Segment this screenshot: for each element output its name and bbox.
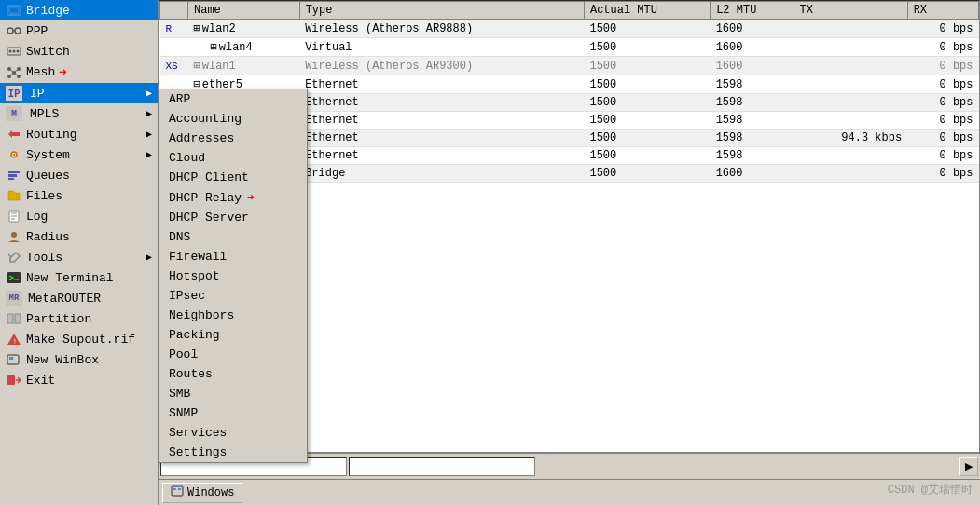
col-actual-mtu[interactable]: Actual MTU xyxy=(584,2,710,20)
row-type: Ethernet xyxy=(299,130,584,147)
terminal-icon xyxy=(6,270,22,285)
next-button[interactable]: ▶ xyxy=(959,457,978,476)
svg-rect-31 xyxy=(15,314,21,323)
submenu-item-packing[interactable]: Packing xyxy=(159,325,307,345)
row-rx: 0 bps xyxy=(907,75,978,94)
sidebar-item-new-terminal-label: New Terminal xyxy=(26,271,114,285)
sidebar-item-system[interactable]: System ▶ xyxy=(0,144,158,165)
sidebar-item-switch[interactable]: Switch xyxy=(0,41,158,61)
row-name: ⊞wlan2 xyxy=(188,20,300,38)
submenu-item-dns[interactable]: DNS xyxy=(159,227,307,247)
row-flag: XS xyxy=(160,57,188,75)
svg-rect-30 xyxy=(7,314,13,323)
row-l2mtu: 1600 xyxy=(711,38,794,57)
row-mtu: 1500 xyxy=(584,112,710,130)
svg-point-2 xyxy=(7,28,13,34)
sidebar-item-log-label: Log xyxy=(26,210,48,224)
main-container: Bridge PPP Switch Mesh ➜ IP IP xyxy=(0,0,980,505)
sidebar-item-new-winbox[interactable]: New WinBox xyxy=(0,349,158,370)
dhcp-relay-red-arrow: ➜ xyxy=(247,190,255,205)
search-input[interactable] xyxy=(349,457,535,476)
row-type: Ethernet xyxy=(299,112,584,130)
submenu-item-arp[interactable]: ARP xyxy=(159,89,307,109)
sidebar-item-new-terminal[interactable]: New Terminal xyxy=(0,267,158,288)
row-flag: R xyxy=(160,20,188,38)
submenu-item-services[interactable]: Services xyxy=(159,423,307,443)
sidebar-item-metarouter-label: MetaROUTER xyxy=(28,292,101,306)
sidebar-item-ip-label: IP xyxy=(30,87,45,101)
sidebar-item-mpls[interactable]: M MPLS ▶ xyxy=(0,103,158,124)
watermark: CSDN @艾瑞惜时 xyxy=(888,482,973,498)
submenu-item-firewall[interactable]: Firewall xyxy=(159,247,307,266)
submenu-item-neighbors[interactable]: Neighbors xyxy=(159,306,307,325)
submenu-item-snmp[interactable]: SNMP xyxy=(159,403,307,423)
svg-rect-37 xyxy=(172,486,183,496)
col-name[interactable]: Name xyxy=(188,2,300,20)
sidebar-item-make-supout-label: Make Supout.rif xyxy=(26,333,135,347)
sidebar-item-queues-label: Queues xyxy=(26,169,70,183)
sidebar-item-exit[interactable]: Exit xyxy=(0,370,158,390)
sidebar: Bridge PPP Switch Mesh ➜ IP IP xyxy=(0,0,159,505)
svg-rect-36 xyxy=(7,375,15,385)
submenu-item-cloud[interactable]: Cloud xyxy=(159,148,307,168)
windows-button[interactable]: Windows xyxy=(162,483,242,503)
col-tx[interactable]: TX xyxy=(794,2,907,20)
row-rx: 0 bps xyxy=(907,38,978,57)
sidebar-item-log[interactable]: Log xyxy=(0,206,158,226)
row-type: Bridge xyxy=(299,165,584,183)
submenu-item-smb[interactable]: SMB xyxy=(159,384,307,403)
submenu-item-accounting[interactable]: Accounting xyxy=(159,109,307,129)
submenu-item-ipsec[interactable]: IPsec xyxy=(159,286,307,306)
sidebar-item-ppp-label: PPP xyxy=(26,24,48,38)
sidebar-item-tools[interactable]: Tools ▶ xyxy=(0,247,158,267)
mpls-arrow: ▶ xyxy=(146,108,152,119)
table-row[interactable]: XS⊞wlan1Wireless (Atheros AR9300)1500160… xyxy=(160,57,979,75)
sidebar-item-bridge[interactable]: Bridge xyxy=(0,0,158,20)
sidebar-item-ip[interactable]: IP IP ▶ xyxy=(0,83,158,103)
ip-icon: IP xyxy=(6,86,22,101)
submenu-item-dhcp-client[interactable]: DHCP Client xyxy=(159,168,307,187)
sidebar-item-partition[interactable]: Partition xyxy=(0,308,158,329)
sidebar-item-metarouter[interactable]: MR MetaROUTER xyxy=(0,288,158,308)
col-type[interactable]: Type xyxy=(299,2,584,20)
sidebar-item-files[interactable]: Files xyxy=(0,185,158,206)
row-name: ⊞wlan4 xyxy=(188,38,300,57)
row-tx: 94.3 kbps xyxy=(794,130,907,147)
windows-label: Windows xyxy=(187,486,234,499)
submenu-item-pool[interactable]: Pool xyxy=(159,345,307,364)
table-row[interactable]: ⊞wlan4Virtual150016000 bps xyxy=(160,38,979,57)
svg-line-14 xyxy=(9,69,14,73)
sidebar-item-ppp[interactable]: PPP xyxy=(0,20,158,41)
row-tx xyxy=(794,20,907,38)
sidebar-item-mesh[interactable]: Mesh ➜ xyxy=(0,61,158,83)
row-tx xyxy=(794,94,907,112)
row-tx xyxy=(794,75,907,94)
submenu-item-routes[interactable]: Routes xyxy=(159,364,307,384)
row-rx: 0 bps xyxy=(907,94,978,112)
sidebar-item-routing[interactable]: Routing ▶ xyxy=(0,124,158,144)
svg-rect-21 xyxy=(8,174,17,177)
windows-icon xyxy=(171,485,184,500)
sidebar-item-routing-label: Routing xyxy=(26,128,77,142)
tools-arrow: ▶ xyxy=(146,252,152,263)
row-mtu: 1500 xyxy=(584,94,710,112)
sidebar-item-make-supout[interactable]: ! Make Supout.rif xyxy=(0,329,158,349)
submenu-item-settings[interactable]: Settings xyxy=(159,443,307,462)
svg-rect-1 xyxy=(9,7,19,13)
mesh-icon xyxy=(6,65,22,80)
row-l2mtu: 1600 xyxy=(711,20,794,38)
col-flag xyxy=(160,2,188,20)
sidebar-item-exit-label: Exit xyxy=(26,374,55,388)
col-rx[interactable]: RX xyxy=(907,2,978,20)
sidebar-item-mpls-label: MPLS xyxy=(30,107,59,121)
submenu-item-dhcp-server[interactable]: DHCP Server xyxy=(159,208,307,227)
svg-point-8 xyxy=(17,50,20,53)
submenu-item-dhcp-relay[interactable]: DHCP Relay ➜ xyxy=(159,187,307,208)
submenu-item-addresses[interactable]: Addresses xyxy=(159,129,307,148)
sidebar-item-queues[interactable]: Queues xyxy=(0,165,158,185)
col-l2-mtu[interactable]: L2 MTU xyxy=(711,2,794,20)
sidebar-item-radius[interactable]: Radius xyxy=(0,226,158,247)
queues-icon xyxy=(6,168,22,183)
submenu-item-hotspot[interactable]: Hotspot xyxy=(159,266,307,286)
table-row[interactable]: R⊞wlan2Wireless (Atheros AR9888)15001600… xyxy=(160,20,979,38)
